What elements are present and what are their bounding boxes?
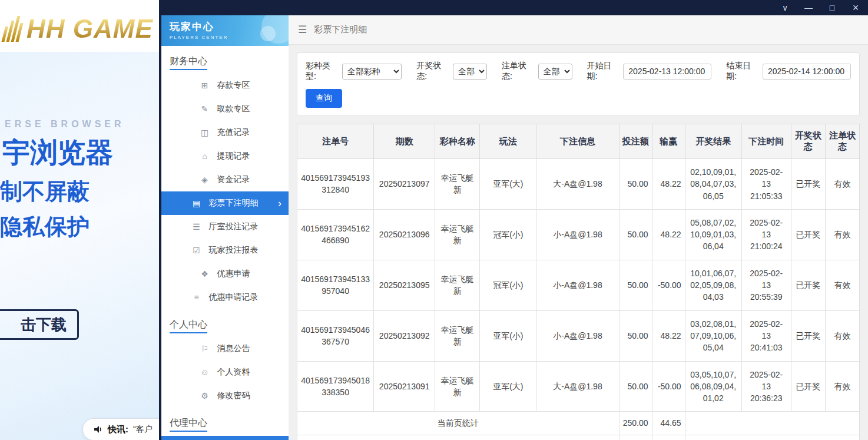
table-cell: 幸运飞艇新: [435, 159, 480, 210]
table-row: 40156917394519331284020250213097幸运飞艇新亚军(…: [297, 159, 860, 210]
page-title: 彩票下注明细: [314, 24, 367, 35]
maximize-icon[interactable]: □: [828, 4, 836, 12]
table-cell: 20250213097: [374, 159, 435, 210]
table-row: 40156917394516246689020250213096幸运飞艇新冠军(…: [297, 209, 860, 260]
sidebar-item-promo-apply[interactable]: ❖优惠申请: [161, 262, 289, 286]
start-date-input[interactable]: [623, 64, 711, 80]
table-cell: 有效: [825, 260, 859, 310]
table-cell: 401569173945133957040: [297, 260, 374, 310]
table-cell: 05,08,07,02,10,09,01,03,06,04: [685, 209, 741, 260]
search-button[interactable]: 查询: [306, 89, 342, 108]
sidebar-item-label: 优惠申请: [217, 269, 250, 279]
sidebar-section-title: 代理中心: [161, 408, 289, 435]
cashout-records-icon: ⌂: [200, 151, 210, 161]
end-date-label: 结束日期:: [726, 61, 758, 82]
sidebar-sections: 财务中心⊞存款专区✎取款专区◫充值记录⌂提现记录◈资金记录▤彩票下注明细›☰厅室…: [161, 46, 289, 435]
sidebar-header: 玩家中心 PLAYERS CENTER: [161, 15, 289, 46]
table-cell: 401569173945046367570: [297, 310, 374, 361]
table-cell: 大-A盘@1.98: [536, 159, 619, 210]
summary-cell: 44.65: [652, 412, 685, 435]
sidebar-item-label: 修改密码: [217, 391, 250, 401]
table-cell: 已开奖: [791, 159, 825, 210]
sidebar-item-deposit[interactable]: ⊞存款专区: [161, 74, 289, 97]
table-row: 40156917394513395704020250213095幸运飞艇新冠军(…: [297, 260, 860, 310]
sidebar-item-label: 玩家投注报表: [209, 245, 259, 256]
profile-icon: ☺: [200, 368, 210, 377]
sidebar-item-hall-bet-records[interactable]: ☰厅室投注记录: [161, 215, 289, 239]
table-cell: 50.00: [619, 310, 652, 361]
table-cell: 03,05,10,07,06,08,09,04,01,02: [685, 361, 741, 412]
table-cell: 48.22: [652, 310, 685, 361]
table-cell: 亚军(大): [480, 159, 536, 210]
sidebar-section-title: 财务中心: [161, 46, 289, 74]
sidebar-subtitle: PLAYERS CENTER: [170, 35, 289, 40]
table-cell: 50.00: [619, 209, 652, 260]
sidebar-item-funds-records[interactable]: ◈资金记录: [161, 168, 289, 191]
table-cell: 小-A盘@1.98: [536, 310, 619, 361]
minimize-icon[interactable]: —: [804, 4, 813, 12]
player-bet-report-icon: ☑: [192, 246, 201, 255]
lottery-type-select[interactable]: 全部彩种: [342, 64, 402, 80]
sidebar-partial-item: [161, 436, 289, 440]
sidebar-section-title: 个人中心: [161, 309, 289, 337]
column-header: 开奖结果: [685, 124, 741, 159]
sidebar-item-label: 消息公告: [217, 343, 250, 354]
table-cell: 03,02,08,01,07,09,10,06,05,04: [685, 310, 741, 361]
chevron-down-icon[interactable]: ∨: [781, 4, 789, 12]
download-button[interactable]: 击下载: [0, 309, 79, 340]
table-cell: 401569173945193312840: [297, 159, 374, 210]
sidebar-item-announcements[interactable]: ⚐消息公告: [161, 337, 289, 360]
change-password-icon: ⚙: [200, 391, 210, 401]
sidebar-item-cashout-records[interactable]: ⌂提现记录: [161, 144, 289, 168]
sidebar-item-label: 彩票下注明细: [209, 198, 259, 209]
table-cell: 2025-02-13 20:55:39: [741, 260, 791, 310]
bets-tbody: 40156917394519331284020250213097幸运飞艇新亚军(…: [297, 159, 860, 440]
table-cell: 幸运飞艇新: [435, 310, 480, 361]
filter-panel: 彩种类型: 全部彩种 开奖状态: 全部 注单状态: 全部: [297, 52, 860, 116]
bets-table: 注单号期数彩种名称玩法下注信息投注额输赢开奖结果下注时间开奖状态注单状态 401…: [297, 124, 860, 440]
summary-cell: 总统计: [297, 435, 619, 440]
table-cell: 20250213092: [374, 310, 435, 361]
bet-status-select[interactable]: 全部: [538, 64, 572, 80]
window-titlebar: ∨ — □ ×: [159, 0, 868, 15]
table-cell: 10,01,06,07,02,05,09,08,04,03: [685, 260, 741, 310]
summary-cell: 当前页统计: [297, 412, 619, 435]
table-cell: 2025-02-13 21:05:33: [741, 159, 791, 210]
sidebar-item-change-password[interactable]: ⚙修改密码: [161, 384, 289, 408]
column-header: 注单号: [297, 124, 374, 159]
hall-bet-records-icon: ☰: [192, 222, 201, 231]
sidebar-item-profile[interactable]: ☺个人资料: [161, 360, 289, 384]
site-logo: HH GAME: [5, 14, 153, 44]
table-cell: 小-A盘@1.98: [536, 260, 619, 310]
sidebar-item-recharge-records[interactable]: ◫充值记录: [161, 121, 289, 144]
bets-header-row: 注单号期数彩种名称玩法下注信息投注额输赢开奖结果下注时间开奖状态注单状态: [297, 124, 860, 159]
table-row: 40156917394501833835020250213091幸运飞艇新亚军(…: [297, 361, 860, 412]
promo-banner: ERSE BROWSER 宇浏览器 制不屏蔽 隐私保护 击下载 快讯: “客户: [0, 52, 165, 440]
ticker-text: “客户: [133, 424, 153, 435]
table-cell: 幸运飞艇新: [435, 361, 480, 412]
lottery-type-label: 彩种类型:: [306, 61, 337, 82]
sidebar-item-player-bet-report[interactable]: ☑玩家投注报表: [161, 239, 289, 262]
player-center-window: ∨ — □ × 玩家中心 PLAYERS CENTER 财务中心⊞存款专区✎取款…: [159, 0, 868, 440]
menu-icon[interactable]: ☰: [298, 24, 307, 36]
funds-records-icon: ◈: [200, 175, 210, 184]
table-cell: 幸运飞艇新: [435, 260, 480, 310]
table-cell: 20250213095: [374, 260, 435, 310]
table-cell: 亚军(大): [480, 361, 536, 412]
summary-cell: 250.00: [619, 412, 652, 435]
table-cell: 50.00: [619, 361, 652, 412]
close-icon[interactable]: ×: [852, 2, 860, 13]
end-date-input[interactable]: [763, 64, 851, 80]
table-cell: 亚军(小): [480, 310, 536, 361]
summary-cell: [685, 435, 859, 440]
draw-status-select[interactable]: 全部: [453, 64, 487, 80]
promo-headline: 宇浏览器: [2, 134, 113, 171]
sidebar-item-lottery-bet-details[interactable]: ▤彩票下注明细›: [161, 191, 289, 215]
promo-apply-icon: ❖: [200, 269, 210, 279]
sidebar-item-withdraw[interactable]: ✎取款专区: [161, 97, 289, 121]
table-cell: 小-A盘@1.98: [536, 209, 619, 260]
sidebar-item-promo-apply-records[interactable]: ≡优惠申请记录: [161, 286, 289, 309]
column-header: 玩法: [480, 124, 536, 159]
column-header: 投注额: [619, 124, 652, 159]
table-cell: 有效: [825, 361, 859, 412]
